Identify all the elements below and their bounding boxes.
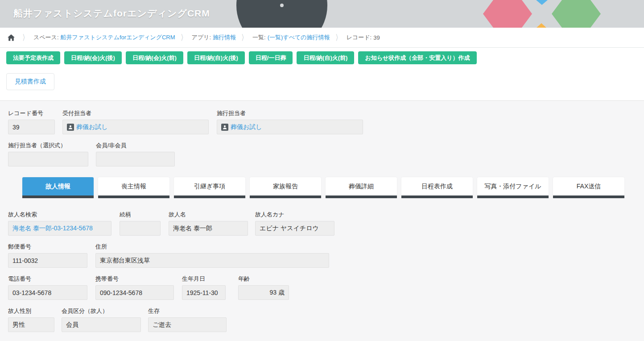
record-tab-bar: 故人情報 喪主情報 引継ぎ事項 家族報告 葬儀詳細 日程表作成 写真・添付ファイ… <box>22 177 624 198</box>
tab-photos-attachments[interactable]: 写真・添付ファイル <box>477 177 549 198</box>
member-type-label: 会員区分（故人） <box>62 307 108 315</box>
tab-chief-mourner-info[interactable]: 喪主情報 <box>98 177 169 198</box>
tab-funeral-details[interactable]: 葬儀詳細 <box>326 177 397 198</box>
yellow-triangle-decoration <box>537 23 546 28</box>
estimate-create-button[interactable]: 見積書作成 <box>6 73 54 90</box>
header-ring-decoration <box>236 0 327 28</box>
execution-staff-select-label: 施行担当者（選択式） <box>8 141 66 150</box>
blue-triangle-decoration <box>536 0 548 5</box>
birth-date-label: 生年月日 <box>182 275 205 283</box>
breadcrumb-separator-icon: 〉 <box>23 33 28 43</box>
schedule-nokan-home-after-button[interactable]: 日程/納(自)火(後) <box>187 51 245 64</box>
breadcrumb-item-space: 〉 スペース: 船井ファストシステムforエンディングCRM <box>17 33 175 43</box>
breadcrumb-space-link[interactable]: 船井ファストシステムforエンディングCRM <box>61 33 175 42</box>
schedule-nokan-home-before-button[interactable]: 日程/納(自)火(前) <box>297 51 354 64</box>
breadcrumb-view-link[interactable]: (一覧)すべての施行情報 <box>268 33 330 42</box>
tab-schedule-create[interactable]: 日程表作成 <box>401 177 473 198</box>
execution-staff-select-field <box>8 152 88 166</box>
green-hexagon-decoration <box>552 0 601 28</box>
reception-staff-field: 葬儀お試し <box>62 120 209 134</box>
reception-staff-user-link[interactable]: 葬儀お試し <box>76 123 108 131</box>
address-label: 住所 <box>95 243 107 251</box>
deceased-name-kana-label: 故人名カナ <box>255 211 285 219</box>
gender-label: 故人性別 <box>8 307 31 315</box>
postal-code-label: 郵便番号 <box>8 243 31 251</box>
schedule-nokan-hall-after-button[interactable]: 日程/納(会)火(後) <box>64 51 122 64</box>
houyou-schedule-button[interactable]: 法要予定表作成 <box>6 51 60 64</box>
execution-staff-label: 施行担当者 <box>217 109 246 117</box>
execution-staff-field: 葬儀お試し <box>217 120 363 134</box>
deceased-name-search-link[interactable]: 海老名 泰一郎-03-1234-5678 <box>12 225 93 233</box>
age-field: 93 歳 <box>238 285 289 300</box>
deceased-name-search-label: 故人名検索 <box>8 211 37 219</box>
postal-code-field: 111-0032 <box>8 253 87 268</box>
living-status-label: 生存 <box>148 307 160 315</box>
record-detail-area: レコード番号 39 受付担当者 葬儀お試し 施行担当者 葬儀お試し 施行担当者（… <box>0 100 644 341</box>
relationship-field <box>120 221 161 236</box>
relationship-label: 続柄 <box>120 211 131 219</box>
mobile-field: 090-1234-5678 <box>95 285 174 300</box>
app-header: 船井ファストシステムforエンディングCRM <box>0 0 644 28</box>
breadcrumb-separator-icon: 〉 <box>335 33 341 43</box>
home-icon[interactable] <box>5 32 17 43</box>
breadcrumb-separator-icon: 〉 <box>242 33 247 43</box>
phone-field: 03-1234-5678 <box>8 285 87 300</box>
record-number-label: レコード番号 <box>8 109 43 117</box>
gender-field: 男性 <box>8 317 54 332</box>
user-icon <box>67 124 74 131</box>
notice-letter-create-button[interactable]: お知らせ状作成（全部・安置入り）作成 <box>358 51 476 64</box>
action-button-area: 法要予定表作成 日程/納(会)火(後) 日程/納(会)火(前) 日程/納(自)火… <box>0 48 644 100</box>
membership-field <box>96 152 175 166</box>
breadcrumb: 〉 スペース: 船井ファストシステムforエンディングCRM 〉 アプリ: 施行… <box>0 28 644 48</box>
breadcrumb-separator-icon: 〉 <box>181 33 186 43</box>
membership-label: 会員/非会員 <box>96 141 127 150</box>
breadcrumb-item-app: 〉 アプリ: 施行情報 <box>175 33 236 43</box>
green-button-row: 法要予定表作成 日程/納(会)火(後) 日程/納(会)火(前) 日程/納(自)火… <box>6 51 477 64</box>
pink-hexagon-decoration <box>483 0 532 28</box>
record-number-field: 39 <box>8 120 55 134</box>
member-type-field: 会員 <box>62 317 141 332</box>
mobile-label: 携帯番号 <box>95 275 119 283</box>
tab-handover-items[interactable]: 引継ぎ事項 <box>174 177 245 198</box>
breadcrumb-app-link[interactable]: 施行情報 <box>213 33 236 42</box>
breadcrumb-item-view: 〉 一覧: (一覧)すべての施行情報 <box>236 33 330 43</box>
tab-family-report[interactable]: 家族報告 <box>250 177 321 198</box>
execution-staff-user-link[interactable]: 葬儀お試し <box>231 123 262 131</box>
deceased-name-search-field: 海老名 泰一郎-03-1234-5678 <box>8 221 111 236</box>
reception-staff-label: 受付担当者 <box>62 109 91 117</box>
living-status-field: ご逝去 <box>148 317 227 332</box>
user-icon <box>221 124 228 131</box>
address-field: 東京都台東区浅草 <box>95 253 329 268</box>
deceased-name-kana-field: エビナ ヤスイチロウ <box>255 221 334 236</box>
tab-deceased-info[interactable]: 故人情報 <box>22 177 94 198</box>
schedule-one-day-funeral-button[interactable]: 日程/一日葬 <box>249 51 293 64</box>
tab-fax-send[interactable]: FAX送信 <box>553 177 624 198</box>
age-label: 年齢 <box>238 275 250 283</box>
deceased-name-field: 海老名 泰一郎 <box>169 221 248 236</box>
breadcrumb-record-number: 39 <box>373 34 380 41</box>
phone-label: 電話番号 <box>8 275 31 283</box>
breadcrumb-item-record: 〉 レコード: 39 <box>330 33 380 43</box>
birth-date-field: 1925-11-30 <box>182 285 226 300</box>
schedule-nokan-hall-before-button[interactable]: 日程/納(会)火(前) <box>126 51 183 64</box>
deceased-name-label: 故人名 <box>169 211 186 219</box>
app-window: 船井ファストシステムforエンディングCRM 〉 スペース: 船井ファストシステ… <box>0 0 644 341</box>
app-title: 船井ファストシステムforエンディングCRM <box>13 7 210 20</box>
